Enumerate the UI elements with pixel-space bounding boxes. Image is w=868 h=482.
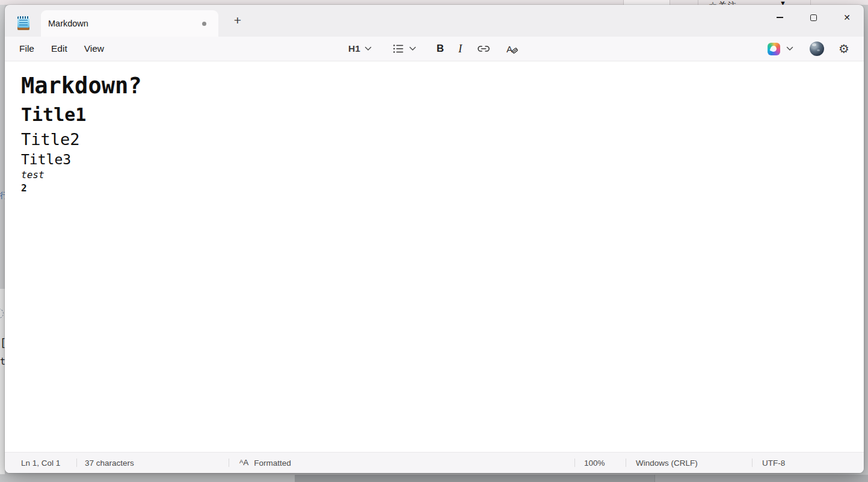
- chevron-down-icon: [409, 46, 416, 51]
- chevron-down-icon: [365, 46, 372, 51]
- status-view-mode-label: Formatted: [254, 459, 291, 468]
- status-zoom-level: 100%: [574, 453, 626, 473]
- editor-line-h4: Title3: [21, 150, 852, 168]
- font-size-icon: AA: [239, 459, 248, 467]
- gear-icon: ⚙: [839, 43, 849, 55]
- new-tab-button[interactable]: +: [229, 11, 247, 29]
- settings-button[interactable]: ⚙: [835, 39, 853, 58]
- status-bar: Ln 1, Col 1 37 characters AA Formatted 1…: [5, 452, 864, 473]
- editor-line-h3: Title2: [21, 128, 852, 150]
- status-line-endings: Windows (CRLF): [626, 453, 752, 473]
- close-icon: ✕: [843, 13, 851, 22]
- background-window-top-strip: ☆关注 ▼: [0, 0, 868, 5]
- background-cjk-fragment: 行: [0, 190, 5, 201]
- toolbar: File Edit View H1 B I: [5, 37, 864, 61]
- menu-bar: File Edit View: [11, 37, 112, 61]
- italic-icon: I: [458, 43, 462, 55]
- bold-icon: B: [437, 43, 444, 55]
- copilot-dropdown[interactable]: [784, 39, 796, 58]
- list-style-dropdown[interactable]: [389, 39, 420, 58]
- menu-edit[interactable]: Edit: [43, 39, 76, 58]
- background-taskbar-fragment: [295, 475, 654, 482]
- editor-line-h2: Title1: [21, 101, 852, 128]
- account-button[interactable]: [806, 39, 828, 58]
- editor-line-h1: Markdown?: [21, 71, 852, 101]
- tab-markdown[interactable]: Markdown: [41, 10, 218, 37]
- text-editor-area[interactable]: Markdown? Title1 Title2 Title3 test 2: [5, 61, 864, 452]
- heading-style-dropdown[interactable]: H1: [345, 39, 375, 58]
- tab-strip: Markdown + ✕: [5, 5, 864, 37]
- svg-text:A: A: [506, 44, 512, 54]
- background-bracket-fragment: [: [0, 337, 5, 349]
- background-letter-fragment: t: [0, 356, 5, 367]
- background-follow-button-fragment: ☆关注: [709, 1, 737, 5]
- formatting-cluster: H1 B I: [345, 37, 523, 61]
- editor-line-italic: test: [21, 168, 852, 182]
- background-tab-fragment: [623, 0, 670, 5]
- insert-link-button[interactable]: [473, 39, 494, 58]
- menu-view[interactable]: View: [76, 39, 112, 58]
- copilot-icon: [768, 43, 780, 55]
- maximize-button[interactable]: [796, 5, 830, 30]
- status-encoding: UTF-8: [752, 453, 864, 473]
- status-cursor-position: Ln 1, Col 1: [5, 453, 76, 473]
- window-controls: ✕: [763, 5, 864, 30]
- status-character-count: 37 characters: [76, 453, 229, 473]
- heading-style-label: H1: [348, 43, 360, 54]
- background-divider: [698, 0, 698, 5]
- italic-button[interactable]: I: [455, 39, 466, 58]
- star-icon: ☆: [709, 1, 718, 5]
- account-avatar: [810, 42, 824, 56]
- menu-file[interactable]: File: [11, 39, 43, 58]
- notepad-app-icon: [17, 16, 29, 30]
- tab-label: Markdown: [48, 19, 88, 28]
- clear-formatting-button[interactable]: A: [502, 39, 523, 58]
- notepad-window: Markdown + ✕ File Edit View H1: [5, 5, 864, 473]
- minimize-icon: [777, 17, 783, 18]
- background-dropdown-caret-icon: ▼: [780, 0, 786, 5]
- toolbar-right-cluster: ⚙: [764, 37, 853, 61]
- background-divider: [810, 0, 811, 5]
- minimize-button[interactable]: [763, 5, 796, 30]
- bold-button[interactable]: B: [433, 39, 448, 58]
- maximize-icon: [810, 14, 817, 21]
- chevron-down-icon: [786, 46, 793, 51]
- copilot-button[interactable]: [764, 39, 784, 58]
- bullet-list-icon: [392, 43, 404, 54]
- background-dashed-circle-fragment: [0, 309, 4, 318]
- close-button[interactable]: ✕: [830, 5, 864, 30]
- background-window-left-strip: 行 [ t: [0, 5, 5, 474]
- background-taskbar-fragment-right: [654, 475, 868, 482]
- editor-line-bold: 2: [21, 182, 852, 195]
- link-icon: [476, 43, 491, 54]
- clear-formatting-icon: A: [505, 43, 520, 55]
- unsaved-dot-icon: [202, 22, 206, 26]
- status-view-mode: AA Formatted: [229, 453, 574, 473]
- background-left-panel-fragment: [0, 5, 5, 289]
